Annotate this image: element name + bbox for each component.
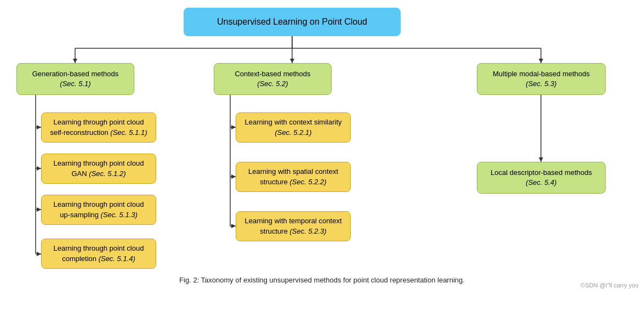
- y2-label: Learning through point cloud GAN (Sec. 5…: [49, 159, 148, 178]
- root-node: Unsupervised Learning on Point Cloud: [184, 8, 401, 36]
- y4-node: Learning through point cloud completion …: [41, 239, 156, 269]
- watermark-text: ©SDN @I"ll carry you: [580, 282, 639, 289]
- y1-label: Learning through point cloud self-recons…: [49, 117, 148, 137]
- local-label-line1: Local descriptor-based methods: [491, 168, 592, 178]
- svg-marker-22: [231, 125, 236, 129]
- gen-node: Generation-based methods (Sec. 5.1): [16, 63, 134, 95]
- ctx-label-line1: Context-based methods: [235, 69, 310, 79]
- svg-marker-26: [231, 224, 236, 228]
- local-node: Local descriptor-based methods (Sec. 5.4…: [477, 162, 606, 194]
- svg-marker-5: [290, 59, 294, 63]
- watermark: ©SDN @I"ll carry you: [580, 282, 639, 289]
- c3-label: Learning with temporal context structure…: [244, 216, 343, 236]
- modal-node: Multiple modal-based methods (Sec. 5.3): [477, 63, 606, 95]
- svg-marker-8: [539, 59, 543, 63]
- c1-label: Learning with context similarity (Sec. 5…: [244, 117, 343, 137]
- y3-label: Learning through point cloud up-sampling…: [49, 200, 148, 219]
- y4-label: Learning through point cloud completion …: [49, 244, 148, 263]
- local-label-line2: (Sec. 5.4): [526, 178, 556, 188]
- ctx-label-line2: (Sec. 5.2): [257, 79, 288, 89]
- modal-label-line1: Multiple modal-based methods: [493, 69, 590, 79]
- figure-caption: Fig. 2: Taxonomy of existing unsupervise…: [0, 276, 644, 284]
- svg-marker-15: [37, 166, 41, 171]
- caption-text: Fig. 2: Taxonomy of existing unsupervise…: [179, 276, 465, 284]
- svg-marker-19: [37, 252, 41, 256]
- c2-label: Learning with spatial context structure …: [244, 167, 343, 186]
- svg-marker-24: [231, 174, 236, 179]
- gen-label-line1: Generation-based methods: [32, 69, 119, 79]
- svg-marker-17: [37, 207, 41, 212]
- ctx-node: Context-based methods (Sec. 5.2): [214, 63, 332, 95]
- svg-marker-13: [37, 125, 41, 129]
- c2-node: Learning with spatial context structure …: [236, 162, 351, 192]
- y1-node: Learning through point cloud self-recons…: [41, 112, 156, 143]
- svg-marker-3: [73, 59, 77, 63]
- gen-label-line2: (Sec. 5.1): [60, 79, 90, 89]
- modal-label-line2: (Sec. 5.3): [526, 79, 556, 89]
- c1-node: Learning with context similarity (Sec. 5…: [236, 112, 351, 143]
- y2-node: Learning through point cloud GAN (Sec. 5…: [41, 154, 156, 184]
- diagram-container: Unsupervised Learning on Point Cloud Gen…: [0, 0, 644, 291]
- root-label: Unsupervised Learning on Point Cloud: [217, 16, 367, 28]
- c3-node: Learning with temporal context structure…: [236, 211, 351, 241]
- svg-marker-10: [539, 157, 543, 162]
- y3-node: Learning through point cloud up-sampling…: [41, 195, 156, 225]
